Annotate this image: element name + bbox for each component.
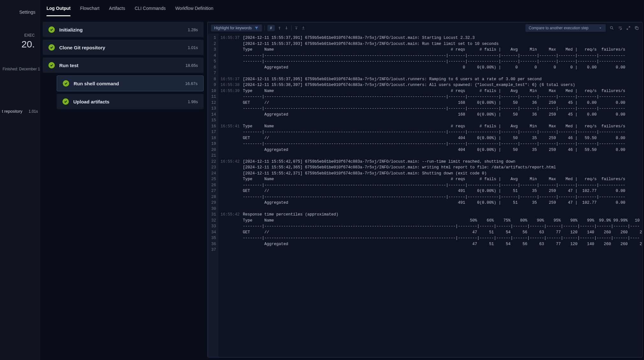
expand-icon[interactable] (626, 26, 631, 30)
timestamp-gutter: 16:55:37 16:55:3716:55:3816:55:39 16:55:… (219, 34, 242, 357)
step-upload-artifacts[interactable]: Upload artifacts1.98s (57, 94, 204, 109)
repo-dur: 1.01s (29, 109, 38, 114)
arrow-down-icon[interactable] (284, 26, 289, 30)
svg-rect-2 (636, 27, 638, 30)
log-toolbar: Highlight for keywords # (208, 22, 642, 34)
log-lines: [2024-12-11 15:55:37,391] 6759b5eb01be01… (242, 34, 642, 357)
copy-icon[interactable] (634, 26, 639, 30)
jump-top-icon[interactable] (294, 26, 299, 30)
exec-label: EXEC (6, 33, 35, 38)
step-duration: 1.28s (188, 27, 198, 32)
step-duration: 16.67s (185, 81, 198, 86)
step-label: Run shell command (74, 81, 181, 86)
repo-label: t repository (2, 109, 22, 114)
finished-timestamp: Finished: December 11 (0, 64, 40, 74)
check-icon (48, 44, 55, 51)
highlight-keywords-button[interactable]: Highlight for keywords (211, 25, 262, 32)
compare-dropdown[interactable]: Compare to another execution step (525, 24, 605, 32)
line-jump-input[interactable]: # (267, 25, 275, 31)
nav-settings[interactable]: Settings (0, 6, 40, 18)
step-initializing[interactable]: Initializing1.28s (43, 22, 204, 37)
tab-artifacts[interactable]: Artifacts (109, 4, 125, 16)
step-label: Run test (59, 63, 181, 68)
log-body[interactable]: 1234567891011121314151617181920212223242… (208, 34, 642, 357)
steps-list: Initializing1.28sClone Git repository1.0… (43, 22, 204, 357)
search-icon[interactable] (610, 26, 614, 30)
arrow-up-icon[interactable] (277, 26, 282, 30)
step-label: Initializing (59, 27, 183, 32)
line-number-gutter: 1234567891011121314151617181920212223242… (208, 34, 219, 357)
step-run-test[interactable]: Run test18.65s (43, 58, 204, 73)
left-rail: Settings EXEC 20. Finished: December 11 … (0, 0, 40, 360)
check-icon (48, 26, 55, 33)
filter-icon (254, 26, 259, 30)
jump-bottom-icon[interactable] (301, 26, 306, 30)
step-duration: 1.98s (188, 99, 198, 104)
step-run-shell-command[interactable]: Run shell command16.67s (57, 75, 204, 91)
tab-flowchart[interactable]: Flowchart (80, 4, 99, 16)
exec-summary: EXEC 20. (3, 31, 37, 52)
svg-point-0 (610, 26, 612, 29)
step-duration: 1.01s (188, 45, 198, 50)
check-icon (62, 98, 69, 105)
tab-cli-commands[interactable]: CLI Commands (135, 4, 166, 16)
repo-row[interactable]: t repository 1.01s (0, 102, 40, 116)
wrap-icon[interactable] (618, 26, 622, 30)
check-icon (63, 80, 69, 87)
step-clone-git-repository[interactable]: Clone Git repository1.01s (43, 40, 204, 55)
tab-workflow-definition[interactable]: Workflow Definition (175, 4, 213, 16)
exec-value: 20. (6, 39, 35, 50)
step-label: Clone Git repository (59, 45, 183, 50)
chevron-down-icon (598, 26, 603, 30)
tab-log-output[interactable]: Log Output (47, 4, 70, 16)
log-pane: Highlight for keywords # (207, 22, 642, 357)
step-duration: 18.65s (185, 63, 198, 68)
svg-line-1 (612, 29, 613, 30)
step-label: Upload artifacts (73, 99, 183, 104)
tabs: Log OutputFlowchartArtifactsCLI Commands… (40, 0, 644, 16)
check-icon (48, 62, 55, 68)
